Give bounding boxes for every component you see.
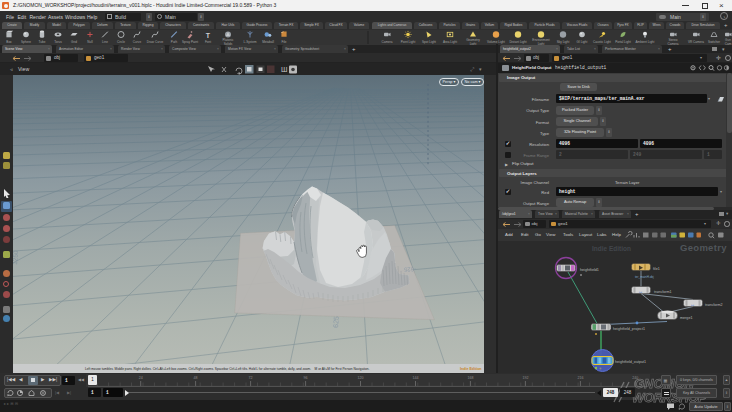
svg-text:↔: ↔	[638, 287, 643, 293]
svg-text:144: 144	[413, 376, 419, 380]
svg-text:Spray Paint: Spray Paint	[182, 39, 198, 43]
svg-text:Portal Light: Portal Light	[615, 39, 631, 43]
svg-text:Grid: Grid	[71, 39, 77, 43]
svg-text:Curve: Curve	[133, 39, 142, 43]
svg-text:Distant Light: Distant Light	[509, 39, 526, 43]
svg-text:heightfield_project1: heightfield_project1	[613, 326, 645, 330]
svg-text:Sky Light: Sky Light	[557, 39, 570, 43]
svg-text:Path: Path	[171, 39, 178, 43]
svg-text:Switcher: Switcher	[708, 39, 720, 43]
svg-text:Caustic Light: Caustic Light	[593, 39, 611, 43]
svg-text:Ш: Ш	[281, 66, 287, 73]
svg-text:Null: Null	[87, 39, 93, 43]
svg-text:ter_mainH.obj: ter_mainH.obj	[635, 274, 654, 278]
svg-text:Circle: Circle	[117, 39, 125, 43]
svg-text:-625: -625	[403, 266, 416, 272]
svg-text:Font: Font	[205, 39, 211, 43]
svg-text:24: 24	[139, 376, 143, 380]
svg-text:L-System: L-System	[243, 39, 256, 43]
svg-text:Volume Light: Volume Light	[487, 39, 505, 43]
svg-text:Area Light: Area Light	[443, 39, 457, 43]
svg-text:216: 216	[577, 376, 583, 380]
svg-text:GI Light: GI Light	[577, 39, 588, 43]
svg-text:↔: ↔	[690, 300, 695, 306]
svg-text:192: 192	[522, 376, 528, 380]
svg-text:heightfield1: heightfield1	[580, 267, 599, 271]
svg-text:T: T	[206, 31, 211, 38]
svg-text:merge1: merge1	[680, 315, 693, 319]
svg-text:Line: Line	[102, 39, 108, 43]
svg-text:Torus: Torus	[54, 39, 62, 43]
svg-text:120: 120	[358, 376, 364, 380]
svg-text:file1: file1	[653, 266, 660, 270]
svg-text:heightfield_output1: heightfield_output1	[615, 359, 646, 363]
svg-text:Spot Light: Spot Light	[422, 39, 436, 43]
svg-text:VR Camera: VR Camera	[688, 39, 704, 43]
svg-text:transform2: transform2	[705, 302, 723, 306]
svg-text:72: 72	[249, 376, 253, 380]
svg-text:Point Light: Point Light	[401, 39, 416, 43]
svg-text:Camera: Camera	[381, 39, 392, 43]
svg-text:Sphere: Sphere	[21, 39, 31, 43]
svg-text:96: 96	[304, 376, 308, 380]
svg-text:168: 168	[467, 376, 473, 380]
svg-text:Metaball: Metaball	[262, 39, 274, 43]
svg-text:48: 48	[194, 376, 198, 380]
svg-text:625: 625	[332, 316, 340, 328]
svg-text:Tube: Tube	[39, 39, 46, 43]
svg-text:Box: Box	[6, 39, 12, 43]
svg-text:transform1: transform1	[654, 289, 672, 293]
svg-text:Draw Curve: Draw Curve	[147, 39, 164, 43]
svg-text:File: File	[282, 39, 287, 43]
svg-text:Ambient Light: Ambient Light	[636, 39, 655, 43]
